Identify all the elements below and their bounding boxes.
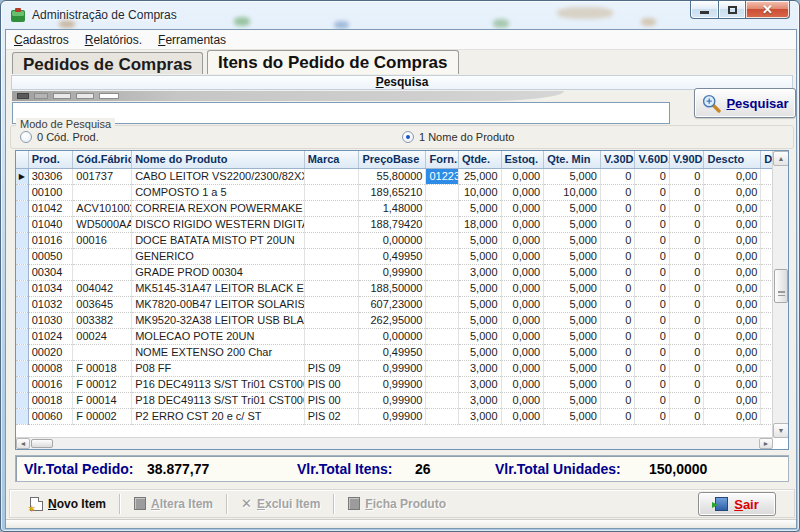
grid-cell[interactable]: 01024 [28, 328, 73, 344]
grid-cell[interactable]: 0 [635, 328, 670, 344]
grid-cell[interactable]: PIS 00 [304, 392, 359, 408]
grid-cell[interactable]: 5,000 [544, 328, 601, 344]
grid-cell[interactable]: 0 [635, 376, 670, 392]
vertical-scroll-thumb[interactable] [774, 269, 788, 303]
grid-cell[interactable]: 10,000 [458, 184, 501, 200]
grid-cell[interactable]: 1,48000 [359, 200, 426, 216]
grid-cell[interactable]: 0 [600, 280, 635, 296]
grid-cell[interactable]: 0,00 [704, 296, 761, 312]
grid-cell[interactable]: F 00012 [73, 376, 132, 392]
grid-cell[interactable]: 5,000 [544, 168, 601, 184]
novo-item-button[interactable]: Novo Item [20, 494, 116, 514]
grid-cell[interactable]: 0,000 [501, 280, 544, 296]
grid-cell[interactable]: 0 [635, 408, 670, 424]
grid-column-header[interactable]: Nome do Produto [132, 151, 305, 168]
grid-cell[interactable]: 0 [635, 168, 670, 184]
grid-cell[interactable] [304, 264, 359, 280]
radio-cod-prod[interactable]: 0 Cód. Prod. [20, 131, 99, 143]
horizontal-scroll-thumb[interactable] [31, 439, 53, 448]
grid-cell[interactable]: 0 [635, 392, 670, 408]
grid-cell[interactable]: 10,000 [544, 184, 601, 200]
grid-cell[interactable]: 00304 [28, 264, 73, 280]
grid-cell[interactable]: 0 [600, 360, 635, 376]
tab-pedidos-de-compras[interactable]: Pedidos de Compras [12, 52, 203, 74]
grid-cell[interactable]: 0 [600, 312, 635, 328]
grid-cell[interactable]: 0 [600, 328, 635, 344]
grid-cell[interactable]: 0 [669, 200, 704, 216]
grid-cell[interactable]: 0,000 [501, 392, 544, 408]
grid-cell[interactable]: 5,000 [544, 392, 601, 408]
grid-cell[interactable] [73, 248, 132, 264]
grid-column-header[interactable]: Estoq. [501, 151, 544, 168]
grid-cell[interactable]: 3,000 [458, 264, 501, 280]
grid-cell[interactable]: 003645 [73, 296, 132, 312]
grid-cell[interactable]: 0 [600, 392, 635, 408]
grid-column-header[interactable]: Forn.: [426, 151, 458, 168]
grid-cell[interactable]: 30306 [28, 168, 73, 184]
grid-cell[interactable]: 00050 [28, 248, 73, 264]
grid-cell[interactable]: 0 [600, 184, 635, 200]
grid-row[interactable]: 00060F 00002P2 ERRO CST 20 e c/ STPIS 02… [16, 408, 773, 424]
menu-relatorios[interactable]: Relatórios. [77, 31, 150, 49]
grid-cell[interactable]: COMPOSTO 1 a 5 [132, 184, 305, 200]
grid-cell[interactable]: 0,99900 [359, 360, 426, 376]
grid-cell[interactable]: 0 [669, 376, 704, 392]
grid-row[interactable]: 00050GENERICO0,499505,0000,0005,0000000,… [16, 248, 773, 264]
grid-row[interactable]: 01040WD5000AAKDISCO RIGIDO WESTERN DIGIT… [16, 216, 773, 232]
grid-cell[interactable]: 00008 [28, 360, 73, 376]
grid-cell[interactable]: 0 [635, 344, 670, 360]
grid-cell[interactable]: 0,99900 [359, 264, 426, 280]
grid-cell[interactable]: MOLECAO POTE 20UN [132, 328, 305, 344]
grid-cell[interactable] [426, 408, 458, 424]
grid-cell[interactable]: 0,00 [704, 392, 761, 408]
grid-cell[interactable]: 0 [669, 280, 704, 296]
grid-cell[interactable]: 0 [635, 280, 670, 296]
grid-cell[interactable] [426, 392, 458, 408]
grid-cell[interactable]: 5,000 [544, 344, 601, 360]
close-button[interactable]: ✕ [745, 1, 790, 19]
grid-cell[interactable]: 0,00 [704, 328, 761, 344]
grid-cell[interactable]: 0,99900 [359, 392, 426, 408]
grid-cell[interactable]: 0,00 [704, 408, 761, 424]
grid-cell[interactable]: 0 [635, 360, 670, 376]
grid-cell[interactable]: 001737 [73, 168, 132, 184]
grid-cell[interactable] [426, 360, 458, 376]
grid-row[interactable]: 00304GRADE PROD 003040,999003,0000,0005,… [16, 264, 773, 280]
grid-cell[interactable]: DISCO RIGIDO WESTERN DIGITAL [132, 216, 305, 232]
grid-cell[interactable] [304, 168, 359, 184]
grid-row[interactable]: 01030003382MK9520-32A38 LEITOR USB BLACK… [16, 312, 773, 328]
scroll-left-button[interactable]: ◄ [16, 438, 30, 449]
menu-ferramentas[interactable]: Ferramentas [150, 31, 234, 49]
grid-cell[interactable]: 5,000 [544, 376, 601, 392]
grid-cell[interactable]: 0,000 [501, 264, 544, 280]
grid-cell[interactable]: 004042 [73, 280, 132, 296]
grid-cell[interactable]: 5,000 [544, 360, 601, 376]
grid-column-header[interactable]: Marca [304, 151, 359, 168]
grid-cell[interactable]: 01034 [28, 280, 73, 296]
grid-cell[interactable]: 0,00 [704, 376, 761, 392]
grid-cell[interactable]: 5,000 [544, 216, 601, 232]
grid-cell[interactable]: 01042 [28, 200, 73, 216]
grid-cell[interactable]: 0,000 [501, 200, 544, 216]
ficha-produto-button[interactable]: Ficha Produto [338, 494, 456, 514]
grid-cell[interactable] [304, 232, 359, 248]
grid-cell[interactable]: 0,99900 [359, 408, 426, 424]
grid-cell[interactable] [426, 344, 458, 360]
grid-cell[interactable]: 5,000 [458, 328, 501, 344]
grid-cell[interactable]: 0 [600, 408, 635, 424]
grid-cell[interactable]: P2 ERRO CST 20 e c/ ST [132, 408, 305, 424]
grid-cell[interactable]: 0,000 [501, 184, 544, 200]
grid-cell[interactable]: 0 [635, 248, 670, 264]
grid-cell[interactable] [73, 184, 132, 200]
grid-column-header[interactable]: Prod. [28, 151, 73, 168]
grid-cell[interactable]: 0,00 [704, 216, 761, 232]
grid-cell[interactable]: CABO LEITOR VS2200/2300/82XX [132, 168, 305, 184]
grid-cell[interactable]: 18,000 [458, 216, 501, 232]
grid-cell[interactable]: GRADE PROD 00304 [132, 264, 305, 280]
grid-cell[interactable]: 0 [635, 296, 670, 312]
grid-row[interactable]: 01034004042MK5145-31A47 LEITOR BLACK ECL… [16, 280, 773, 296]
grid-column-header[interactable]: Descto [704, 151, 761, 168]
grid-cell[interactable]: 0,49950 [359, 344, 426, 360]
scroll-right-button[interactable]: ► [759, 438, 773, 449]
exclui-item-button[interactable]: ✕ Exclui Item [231, 493, 330, 514]
